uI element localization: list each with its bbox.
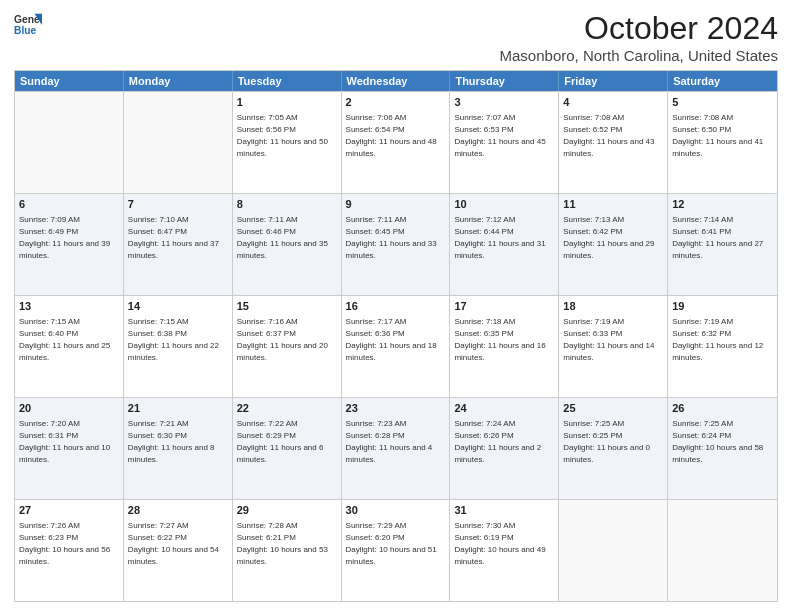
calendar-cell-2-6: 19Sunrise: 7:19 AMSunset: 6:32 PMDayligh… — [668, 296, 777, 397]
cell-info: Sunrise: 7:10 AMSunset: 6:47 PMDaylight:… — [128, 215, 219, 260]
day-number: 20 — [19, 401, 119, 416]
calendar-cell-4-3: 30Sunrise: 7:29 AMSunset: 6:20 PMDayligh… — [342, 500, 451, 601]
day-header-sunday: Sunday — [15, 71, 124, 91]
cell-info: Sunrise: 7:28 AMSunset: 6:21 PMDaylight:… — [237, 521, 328, 566]
calendar-cell-2-0: 13Sunrise: 7:15 AMSunset: 6:40 PMDayligh… — [15, 296, 124, 397]
calendar-cell-4-4: 31Sunrise: 7:30 AMSunset: 6:19 PMDayligh… — [450, 500, 559, 601]
day-number: 17 — [454, 299, 554, 314]
calendar-cell-0-4: 3Sunrise: 7:07 AMSunset: 6:53 PMDaylight… — [450, 92, 559, 193]
day-number: 26 — [672, 401, 773, 416]
day-number: 3 — [454, 95, 554, 110]
day-header-saturday: Saturday — [668, 71, 777, 91]
cell-info: Sunrise: 7:26 AMSunset: 6:23 PMDaylight:… — [19, 521, 110, 566]
day-number: 22 — [237, 401, 337, 416]
title-section: October 2024 Masonboro, North Carolina, … — [500, 10, 778, 64]
cell-info: Sunrise: 7:06 AMSunset: 6:54 PMDaylight:… — [346, 113, 437, 158]
calendar-cell-2-5: 18Sunrise: 7:19 AMSunset: 6:33 PMDayligh… — [559, 296, 668, 397]
cell-info: Sunrise: 7:18 AMSunset: 6:35 PMDaylight:… — [454, 317, 545, 362]
page-subtitle: Masonboro, North Carolina, United States — [500, 47, 778, 64]
calendar-row-3: 20Sunrise: 7:20 AMSunset: 6:31 PMDayligh… — [15, 397, 777, 499]
day-number: 6 — [19, 197, 119, 212]
cell-info: Sunrise: 7:16 AMSunset: 6:37 PMDaylight:… — [237, 317, 328, 362]
cell-info: Sunrise: 7:15 AMSunset: 6:38 PMDaylight:… — [128, 317, 219, 362]
logo: General Blue — [14, 10, 42, 38]
cell-info: Sunrise: 7:22 AMSunset: 6:29 PMDaylight:… — [237, 419, 324, 464]
cell-info: Sunrise: 7:29 AMSunset: 6:20 PMDaylight:… — [346, 521, 437, 566]
cell-info: Sunrise: 7:08 AMSunset: 6:50 PMDaylight:… — [672, 113, 763, 158]
day-number: 8 — [237, 197, 337, 212]
cell-info: Sunrise: 7:17 AMSunset: 6:36 PMDaylight:… — [346, 317, 437, 362]
day-number: 10 — [454, 197, 554, 212]
calendar-cell-3-2: 22Sunrise: 7:22 AMSunset: 6:29 PMDayligh… — [233, 398, 342, 499]
day-header-monday: Monday — [124, 71, 233, 91]
calendar: Sunday Monday Tuesday Wednesday Thursday… — [14, 70, 778, 602]
day-header-tuesday: Tuesday — [233, 71, 342, 91]
cell-info: Sunrise: 7:13 AMSunset: 6:42 PMDaylight:… — [563, 215, 654, 260]
day-number: 15 — [237, 299, 337, 314]
calendar-cell-3-5: 25Sunrise: 7:25 AMSunset: 6:25 PMDayligh… — [559, 398, 668, 499]
calendar-cell-2-2: 15Sunrise: 7:16 AMSunset: 6:37 PMDayligh… — [233, 296, 342, 397]
day-number: 16 — [346, 299, 446, 314]
header: General Blue October 2024 Masonboro, Nor… — [14, 10, 778, 64]
cell-info: Sunrise: 7:09 AMSunset: 6:49 PMDaylight:… — [19, 215, 110, 260]
calendar-row-1: 6Sunrise: 7:09 AMSunset: 6:49 PMDaylight… — [15, 193, 777, 295]
day-number: 30 — [346, 503, 446, 518]
cell-info: Sunrise: 7:14 AMSunset: 6:41 PMDaylight:… — [672, 215, 763, 260]
calendar-cell-3-6: 26Sunrise: 7:25 AMSunset: 6:24 PMDayligh… — [668, 398, 777, 499]
day-number: 27 — [19, 503, 119, 518]
day-number: 4 — [563, 95, 663, 110]
calendar-cell-1-6: 12Sunrise: 7:14 AMSunset: 6:41 PMDayligh… — [668, 194, 777, 295]
calendar-cell-4-2: 29Sunrise: 7:28 AMSunset: 6:21 PMDayligh… — [233, 500, 342, 601]
calendar-cell-0-0 — [15, 92, 124, 193]
calendar-cell-3-4: 24Sunrise: 7:24 AMSunset: 6:26 PMDayligh… — [450, 398, 559, 499]
calendar-cell-4-0: 27Sunrise: 7:26 AMSunset: 6:23 PMDayligh… — [15, 500, 124, 601]
calendar-header: Sunday Monday Tuesday Wednesday Thursday… — [15, 71, 777, 91]
calendar-cell-1-2: 8Sunrise: 7:11 AMSunset: 6:46 PMDaylight… — [233, 194, 342, 295]
logo-icon: General Blue — [14, 10, 42, 38]
calendar-body: 1Sunrise: 7:05 AMSunset: 6:56 PMDaylight… — [15, 91, 777, 601]
day-number: 25 — [563, 401, 663, 416]
day-number: 1 — [237, 95, 337, 110]
day-number: 12 — [672, 197, 773, 212]
calendar-cell-2-3: 16Sunrise: 7:17 AMSunset: 6:36 PMDayligh… — [342, 296, 451, 397]
calendar-cell-3-1: 21Sunrise: 7:21 AMSunset: 6:30 PMDayligh… — [124, 398, 233, 499]
cell-info: Sunrise: 7:20 AMSunset: 6:31 PMDaylight:… — [19, 419, 110, 464]
cell-info: Sunrise: 7:11 AMSunset: 6:45 PMDaylight:… — [346, 215, 437, 260]
calendar-cell-2-1: 14Sunrise: 7:15 AMSunset: 6:38 PMDayligh… — [124, 296, 233, 397]
cell-info: Sunrise: 7:27 AMSunset: 6:22 PMDaylight:… — [128, 521, 219, 566]
day-number: 28 — [128, 503, 228, 518]
day-number: 14 — [128, 299, 228, 314]
calendar-row-2: 13Sunrise: 7:15 AMSunset: 6:40 PMDayligh… — [15, 295, 777, 397]
day-number: 23 — [346, 401, 446, 416]
cell-info: Sunrise: 7:21 AMSunset: 6:30 PMDaylight:… — [128, 419, 215, 464]
calendar-cell-4-6 — [668, 500, 777, 601]
calendar-cell-1-3: 9Sunrise: 7:11 AMSunset: 6:45 PMDaylight… — [342, 194, 451, 295]
calendar-row-4: 27Sunrise: 7:26 AMSunset: 6:23 PMDayligh… — [15, 499, 777, 601]
calendar-cell-3-0: 20Sunrise: 7:20 AMSunset: 6:31 PMDayligh… — [15, 398, 124, 499]
page: General Blue October 2024 Masonboro, Nor… — [0, 0, 792, 612]
cell-info: Sunrise: 7:11 AMSunset: 6:46 PMDaylight:… — [237, 215, 328, 260]
day-number: 21 — [128, 401, 228, 416]
cell-info: Sunrise: 7:25 AMSunset: 6:25 PMDaylight:… — [563, 419, 650, 464]
calendar-cell-1-1: 7Sunrise: 7:10 AMSunset: 6:47 PMDaylight… — [124, 194, 233, 295]
day-number: 29 — [237, 503, 337, 518]
calendar-cell-0-6: 5Sunrise: 7:08 AMSunset: 6:50 PMDaylight… — [668, 92, 777, 193]
calendar-cell-1-4: 10Sunrise: 7:12 AMSunset: 6:44 PMDayligh… — [450, 194, 559, 295]
day-number: 13 — [19, 299, 119, 314]
calendar-cell-1-0: 6Sunrise: 7:09 AMSunset: 6:49 PMDaylight… — [15, 194, 124, 295]
calendar-cell-3-3: 23Sunrise: 7:23 AMSunset: 6:28 PMDayligh… — [342, 398, 451, 499]
cell-info: Sunrise: 7:15 AMSunset: 6:40 PMDaylight:… — [19, 317, 110, 362]
day-number: 2 — [346, 95, 446, 110]
calendar-cell-2-4: 17Sunrise: 7:18 AMSunset: 6:35 PMDayligh… — [450, 296, 559, 397]
page-title: October 2024 — [500, 10, 778, 47]
day-header-thursday: Thursday — [450, 71, 559, 91]
cell-info: Sunrise: 7:19 AMSunset: 6:33 PMDaylight:… — [563, 317, 654, 362]
cell-info: Sunrise: 7:30 AMSunset: 6:19 PMDaylight:… — [454, 521, 545, 566]
calendar-cell-4-1: 28Sunrise: 7:27 AMSunset: 6:22 PMDayligh… — [124, 500, 233, 601]
calendar-row-0: 1Sunrise: 7:05 AMSunset: 6:56 PMDaylight… — [15, 91, 777, 193]
cell-info: Sunrise: 7:12 AMSunset: 6:44 PMDaylight:… — [454, 215, 545, 260]
cell-info: Sunrise: 7:05 AMSunset: 6:56 PMDaylight:… — [237, 113, 328, 158]
calendar-cell-0-3: 2Sunrise: 7:06 AMSunset: 6:54 PMDaylight… — [342, 92, 451, 193]
calendar-cell-0-2: 1Sunrise: 7:05 AMSunset: 6:56 PMDaylight… — [233, 92, 342, 193]
calendar-cell-0-1 — [124, 92, 233, 193]
